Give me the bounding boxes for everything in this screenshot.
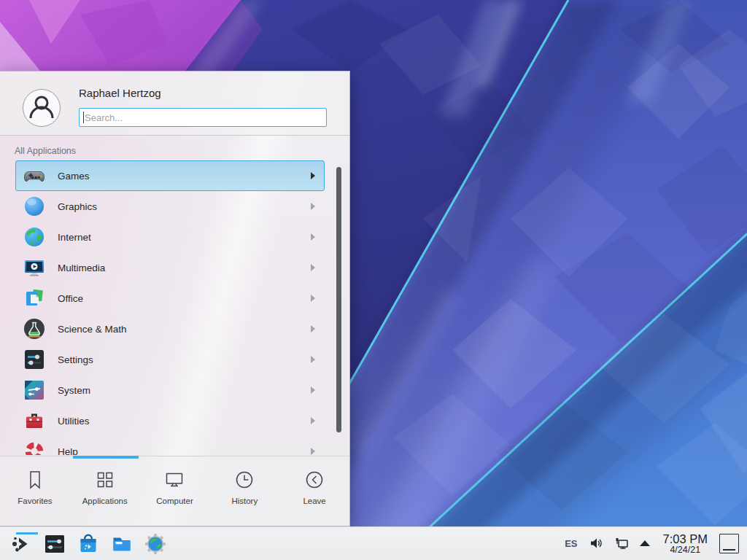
category-help[interactable]: Help [15,436,325,455]
clock-date: 4/24/21 [670,545,700,556]
submenu-arrow-icon [311,386,315,394]
tab-favorites[interactable]: Favorites [0,456,70,526]
launcher-header: Raphael Hertzog [0,71,349,136]
category-label: Games [58,171,90,182]
category-graphics[interactable]: Graphics [15,191,325,222]
category-label: Graphics [58,201,97,212]
application-launcher-button[interactable] [9,532,33,556]
system-tray: ES 7:03 PM 4/24/21 [558,532,743,556]
expand-arrow-icon[interactable] [640,540,650,546]
application-launcher-menu: Raphael Hertzog All Applications [0,71,350,526]
category-label: Multimedia [58,262,105,273]
bookmark-icon [24,469,46,491]
user-avatar-icon [23,90,60,126]
network-button[interactable] [614,535,630,551]
submenu-arrow-icon [311,295,315,302]
search-input[interactable] [79,108,327,127]
leave-icon [303,469,325,491]
clock-time: 7:03 PM [663,532,708,545]
launcher-tab-bar: Favorites Applications Computer [0,456,349,526]
taskbar-panel: ES 7:03 PM 4/24/21 [0,526,747,560]
category-internet[interactable]: Internet [15,222,325,252]
search-field-wrap [79,108,327,127]
submenu-arrow-icon [311,233,315,241]
system-sliders-icon [23,378,46,402]
category-label: Office [58,293,83,304]
shopping-bag-icon [77,532,100,556]
tab-label: History [231,497,258,505]
category-utilities[interactable]: Utilities [15,405,325,436]
submenu-arrow-icon [311,172,315,179]
submenu-arrow-icon [311,417,315,424]
category-office[interactable]: Office [15,283,325,314]
web-browser-button[interactable] [144,532,167,556]
tab-label: Leave [303,497,325,505]
history-clock-icon [233,469,255,491]
list-scrollbar[interactable] [336,167,341,432]
digital-clock[interactable]: 7:03 PM 4/24/21 [663,532,708,556]
toolbox-icon [23,409,46,432]
submenu-arrow-icon [311,325,315,332]
category-games[interactable]: Games [15,160,325,191]
network-icon [614,535,630,551]
tab-leave[interactable]: Leave [279,456,349,526]
category-settings[interactable]: Settings [15,344,325,375]
category-label: Utilities [58,416,90,427]
flask-icon [23,317,46,341]
documents-icon [23,287,46,310]
sphere-icon [23,195,46,218]
submenu-arrow-icon [311,356,315,363]
category-label: System [58,385,90,396]
active-tab-indicator [73,456,139,459]
keyboard-layout-indicator[interactable]: ES [565,538,577,549]
lifebuoy-icon [23,440,46,455]
sliders-icon [23,348,46,371]
system-settings-button[interactable] [43,532,66,556]
volume-icon [589,535,605,551]
folder-icon [110,532,133,556]
tab-history[interactable]: History [209,456,279,526]
tab-computer[interactable]: Computer [140,456,210,526]
computer-icon [163,469,185,491]
globe-icon [23,225,46,249]
category-multimedia[interactable]: Multimedia [15,252,325,283]
category-science-math[interactable]: Science & Math [15,314,325,344]
text-caret [83,112,84,123]
active-task-indicator [16,532,38,534]
settings-sliders-icon [43,532,66,556]
tab-label: Computer [156,497,193,505]
app-grid-icon [94,469,116,491]
submenu-arrow-icon [311,203,315,210]
submenu-arrow-icon [311,264,315,271]
tab-label: Favorites [18,497,52,505]
file-manager-button[interactable] [110,532,133,556]
desktop: Raphael Hertzog All Applications [0,0,747,560]
section-label: All Applications [15,146,349,156]
discover-button[interactable] [77,532,100,556]
category-label: Internet [58,232,91,243]
tab-label: Applications [82,497,128,505]
tab-applications[interactable]: Applications [70,456,140,526]
globe-gear-icon [144,532,167,556]
volume-button[interactable] [589,535,605,551]
show-desktop-button[interactable] [719,534,739,553]
category-list: Games Graphics [0,160,349,455]
category-label: Settings [58,354,93,365]
user-name: Raphael Hertzog [79,87,161,99]
category-label: Help [58,446,78,456]
category-label: Science & Math [58,324,127,335]
submenu-arrow-icon [311,448,315,455]
gamepad-icon [23,164,46,187]
category-system[interactable]: System [15,375,325,405]
monitor-play-icon [23,256,46,279]
kde-launcher-icon [9,532,33,556]
user-avatar-button[interactable] [23,89,61,127]
